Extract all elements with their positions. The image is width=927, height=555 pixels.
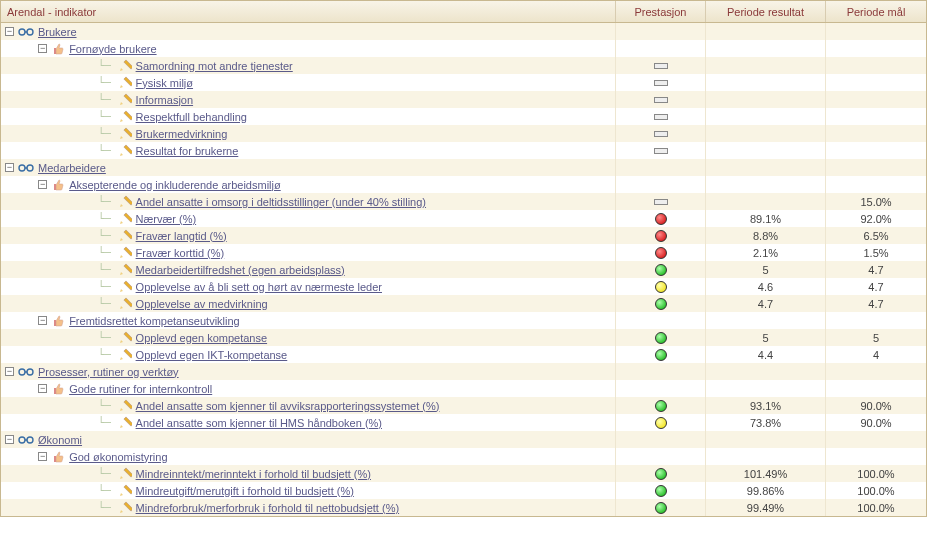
table-row: −God økonomistyring [1,448,926,465]
indicator-link[interactable]: Nærvær (%) [136,213,197,225]
goal-cell [826,448,926,465]
table-row: −Fornøyde brukere [1,40,926,57]
expand-toggle[interactable]: − [38,44,47,53]
indicator-link[interactable]: Andel ansatte som kjenner til HMS håndbo… [136,417,382,429]
table-row: └─ Informasjon [1,91,926,108]
goal-cell: 4.7 [826,278,926,295]
indicator-link[interactable]: Økonomi [38,434,82,446]
indicator-link[interactable]: Mindreutgift/merutgift i forhold til bud… [136,485,354,497]
indicator-link[interactable]: Andel ansatte som kjenner til avviksrapp… [136,400,440,412]
status-empty-icon [654,63,668,69]
indicator-link[interactable]: Prosesser, rutiner og verktøy [38,366,179,378]
status-yellow-icon [655,281,667,293]
svg-point-8 [19,165,25,171]
prestasjon-cell [616,125,706,142]
status-red-icon [655,213,667,225]
indicator-link[interactable]: Medarbeidere [38,162,106,174]
indicator-cell: └─ Andel ansatte i omsorg i deltidsstill… [1,193,616,210]
table-row: └─ Fravær korttid (%)2.1%1.5% [1,244,926,261]
pencil-icon [118,263,132,277]
indicator-link[interactable]: Fysisk miljø [136,77,193,89]
indicator-link[interactable]: Samordning mot andre tjenester [136,60,293,72]
expand-toggle[interactable]: − [5,435,14,444]
status-empty-icon [654,131,668,137]
indicator-link[interactable]: Fremtidsrettet kompetanseutvikling [69,315,240,327]
status-green-icon [655,349,667,361]
pencil-icon [118,212,132,226]
expand-toggle[interactable]: − [5,163,14,172]
table-row: └─ Medarbeidertilfredshet (egen arbeidsp… [1,261,926,278]
indicator-link[interactable]: Resultat for brukerne [136,145,239,157]
indicator-link[interactable]: Andel ansatte i omsorg i deltidsstilling… [136,196,426,208]
pencil-icon [118,76,132,90]
expand-toggle[interactable]: − [38,384,47,393]
table-row: └─ Opplevd egen IKT-kompetanse4.44 [1,346,926,363]
indicator-link[interactable]: Fravær korttid (%) [136,247,225,259]
expand-toggle[interactable]: − [38,452,47,461]
header-prestasjon[interactable]: Prestasjon [616,1,706,22]
indicator-link[interactable]: Brukere [38,26,77,38]
prestasjon-cell [616,159,706,176]
result-cell [706,57,826,74]
table-row: └─ Mindreforbruk/merforbruk i forhold ti… [1,499,926,516]
table-row: └─ Brukermedvirkning [1,125,926,142]
indicator-link[interactable]: Aksepterende og inkluderende arbeidsmilj… [69,179,281,191]
indicator-link[interactable]: Opplevd egen kompetanse [136,332,267,344]
result-cell [706,74,826,91]
prestasjon-cell [616,227,706,244]
table-row: └─ Opplevd egen kompetanse55 [1,329,926,346]
glasses-icon [18,27,34,37]
indicator-link[interactable]: Opplevelse av å bli sett og hørt av nærm… [136,281,382,293]
expand-toggle[interactable]: − [38,316,47,325]
indicator-cell: └─ Samordning mot andre tjenester [1,57,616,74]
goal-cell: 15.0% [826,193,926,210]
goal-cell [826,159,926,176]
goal-cell [826,312,926,329]
indicator-link[interactable]: Fornøyde brukere [69,43,156,55]
thumb-up-icon [51,178,65,192]
result-cell: 99.49% [706,499,826,516]
indicator-link[interactable]: Opplevd egen IKT-kompetanse [136,349,288,361]
status-empty-icon [654,80,668,86]
expand-toggle[interactable]: − [38,180,47,189]
svg-rect-22 [123,416,131,425]
expand-toggle[interactable]: − [5,367,14,376]
thumb-up-icon [51,314,65,328]
goal-cell [826,108,926,125]
indicator-cell: −Gode rutiner for internkontroll [1,380,616,397]
header-indicator[interactable]: Arendal - indikator [1,1,616,22]
result-cell: 2.1% [706,244,826,261]
indicator-link[interactable]: Medarbeidertilfredshet (egen arbeidsplas… [136,264,345,276]
svg-rect-13 [123,246,131,255]
indicator-link[interactable]: Informasjon [136,94,193,106]
indicator-cell: −Økonomi [1,431,616,448]
header-periode-resultat[interactable]: Periode resultat [706,1,826,22]
indicator-link[interactable]: Gode rutiner for internkontroll [69,383,212,395]
svg-point-23 [19,437,25,443]
indicator-link[interactable]: Fravær langtid (%) [136,230,227,242]
indicator-cell: −Medarbeidere [1,159,616,176]
indicator-link[interactable]: Brukermedvirkning [136,128,228,140]
goal-cell: 100.0% [826,465,926,482]
table-row: −Brukere [1,23,926,40]
svg-point-0 [19,29,25,35]
indicator-link[interactable]: Mindreinntekt/merinntekt i forhold til b… [136,468,371,480]
table-row: └─ Andel ansatte som kjenner til HMS hån… [1,414,926,431]
indicator-cell: └─ Opplevelse av å bli sett og hørt av n… [1,278,616,295]
indicator-link[interactable]: Opplevelse av medvirkning [136,298,268,310]
indicator-cell: └─ Informasjon [1,91,616,108]
goal-cell: 100.0% [826,482,926,499]
indicator-link[interactable]: God økonomistyring [69,451,167,463]
header-periode-mal[interactable]: Periode mål [826,1,926,22]
prestasjon-cell [616,295,706,312]
expand-toggle[interactable]: − [5,27,14,36]
goal-cell: 4.7 [826,261,926,278]
indicator-link[interactable]: Mindreforbruk/merforbruk i forhold til n… [136,502,400,514]
status-green-icon [655,485,667,497]
result-cell: 4.4 [706,346,826,363]
indicator-link[interactable]: Respektfull behandling [136,111,247,123]
svg-rect-18 [123,348,131,357]
glasses-icon [18,435,34,445]
result-cell [706,176,826,193]
prestasjon-cell [616,465,706,482]
